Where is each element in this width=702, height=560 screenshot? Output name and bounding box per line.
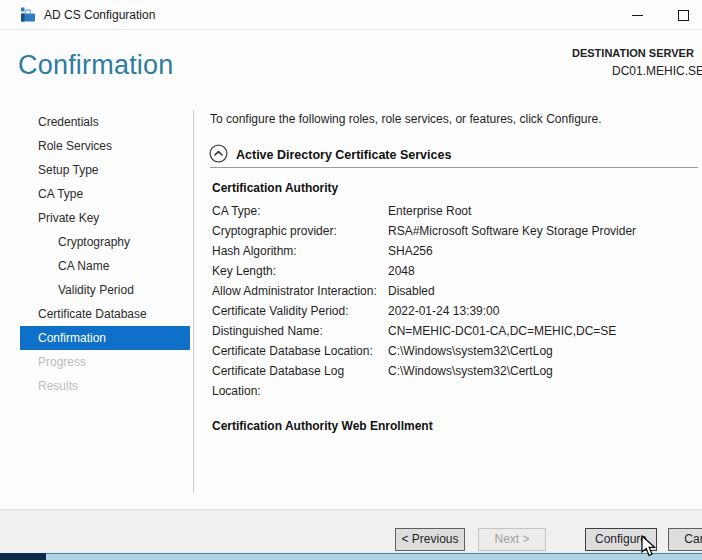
detail-value: 2048 (388, 261, 415, 281)
taskbar-start-segment (0, 553, 46, 560)
detail-label: Cryptographic provider: (212, 221, 388, 241)
detail-row-distinguished-name: Distinguished Name: CN=MEHIC-DC01-CA,DC=… (212, 321, 692, 341)
cancel-button[interactable]: Cancel (668, 528, 702, 551)
destination-server-label: DESTINATION SERVER (572, 47, 694, 59)
detail-label: Key Length: (212, 261, 388, 281)
sidebar-item-private-key[interactable]: Private Key (20, 206, 190, 230)
sidebar-item-progress: Progress (20, 350, 190, 374)
detail-value: C:\Windows\system32\CertLog (388, 341, 553, 361)
detail-row-hash-algorithm: Hash Algorithm: SHA256 (212, 241, 692, 261)
sidebar-item-role-services[interactable]: Role Services (20, 134, 190, 158)
configure-button[interactable]: Configure (585, 528, 657, 551)
destination-server-value: DC01.MEHIC.SE (612, 64, 702, 78)
app-toolbox-icon (20, 7, 36, 23)
role-section-title: Active Directory Certificate Services (236, 148, 451, 162)
detail-label: Certificate Validity Period: (212, 301, 388, 321)
detail-label: Certificate Database Log Location: (212, 361, 388, 401)
taskbar-strip (0, 553, 702, 560)
sidebar-item-ca-name[interactable]: CA Name (20, 254, 190, 278)
minimize-button[interactable] (620, 0, 654, 30)
detail-value: RSA#Microsoft Software Key Storage Provi… (388, 221, 636, 241)
sidebar-item-credentials[interactable]: Credentials (20, 110, 190, 134)
sidebar-item-setup-type[interactable]: Setup Type (20, 158, 190, 182)
sidebar-item-validity-period[interactable]: Validity Period (20, 278, 190, 302)
sidebar-item-cryptography[interactable]: Cryptography (20, 230, 190, 254)
detail-value: CN=MEHIC-DC01-CA,DC=MEHIC,DC=SE (388, 321, 616, 341)
detail-row-certificate-validity-period: Certificate Validity Period: 2022-01-24 … (212, 301, 692, 321)
wizard-footer: < Previous Next > Configure Cancel (0, 509, 702, 553)
detail-label: Certificate Database Location: (212, 341, 388, 361)
sidebar-item-results: Results (20, 374, 190, 398)
detail-value: Enterprise Root (388, 201, 471, 221)
detail-label: Distinguished Name: (212, 321, 388, 341)
instruction-text: To configure the following roles, role s… (210, 112, 602, 126)
maximize-icon (678, 10, 689, 21)
maximize-button[interactable] (666, 0, 700, 30)
minimize-icon (632, 15, 643, 16)
detail-row-key-length: Key Length: 2048 (212, 261, 692, 281)
chevron-up-circle-icon[interactable] (209, 144, 228, 163)
detail-row-cryptographic-provider: Cryptographic provider: RSA#Microsoft So… (212, 221, 692, 241)
sidebar-item-ca-type[interactable]: CA Type (20, 182, 190, 206)
window-title: AD CS Configuration (44, 8, 155, 22)
detail-value: SHA256 (388, 241, 433, 261)
detail-row-certificate-database-location: Certificate Database Location: C:\Window… (212, 341, 692, 361)
confirmation-details: Certification Authority CA Type: Enterpr… (212, 179, 692, 439)
page-title: Confirmation (18, 50, 173, 81)
detail-value: 2022-01-24 13:39:00 (388, 301, 499, 321)
group-heading-certification-authority: Certification Authority (212, 179, 692, 197)
adcs-configuration-window: AD CS Configuration Confirmation DESTINA… (0, 0, 702, 560)
detail-value: C:\Windows\system32\CertLog (388, 361, 553, 381)
sidebar-item-certificate-database[interactable]: Certificate Database (20, 302, 190, 326)
section-divider (210, 167, 698, 168)
group-heading-web-enrollment: Certification Authority Web Enrollment (212, 417, 692, 435)
detail-row-allow-admin-interaction: Allow Administrator Interaction: Disable… (212, 281, 692, 301)
detail-row-ca-type: CA Type: Enterprise Root (212, 201, 692, 221)
detail-label: Hash Algorithm: (212, 241, 388, 261)
previous-button[interactable]: < Previous (395, 528, 465, 551)
titlebar: AD CS Configuration (0, 0, 702, 30)
detail-row-certificate-database-log-location: Certificate Database Log Location: C:\Wi… (212, 361, 692, 401)
detail-label: CA Type: (212, 201, 388, 221)
sidebar-content-divider (193, 110, 194, 493)
wizard-step-list: Credentials Role Services Setup Type CA … (20, 110, 190, 398)
detail-value: Disabled (388, 281, 435, 301)
sidebar-item-confirmation[interactable]: Confirmation (20, 326, 190, 350)
detail-label: Allow Administrator Interaction: (212, 281, 388, 301)
next-button[interactable]: Next > (478, 528, 546, 551)
